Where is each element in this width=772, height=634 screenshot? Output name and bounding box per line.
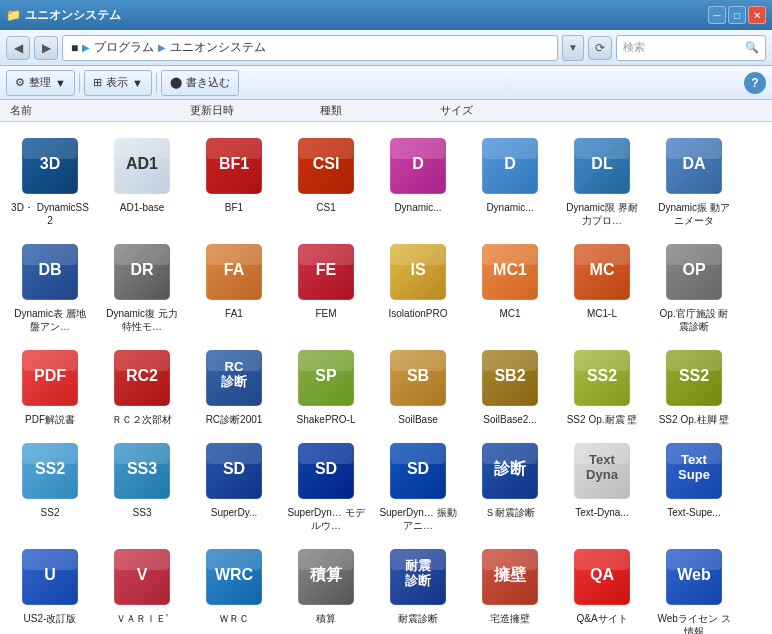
toolbar-separator-1 — [79, 73, 80, 93]
list-item[interactable]: MC1MC1 — [466, 236, 554, 338]
help-button[interactable]: ? — [744, 72, 766, 94]
list-item[interactable]: DDynamic... — [374, 130, 462, 232]
list-item[interactable]: 3D3D・ DynamicSS2 — [6, 130, 94, 232]
icon-fem: FE — [295, 241, 357, 303]
breadcrumb[interactable]: ■ ▶ プログラム ▶ ユニオンシステム — [62, 35, 558, 61]
list-item[interactable]: SDSuperDy... — [190, 435, 278, 537]
icon-us2-revised: U — [19, 546, 81, 608]
list-item[interactable]: DDynamic... — [466, 130, 554, 232]
icon-rc2-material: RC2 — [111, 347, 173, 409]
icon-label: MC1 — [499, 307, 520, 320]
list-item[interactable]: SS2SS2 — [6, 435, 94, 537]
svg-text:Text: Text — [681, 452, 707, 467]
icon-label: Dynamic... — [486, 201, 533, 214]
list-item[interactable]: QAQ&Aサイト — [558, 541, 646, 634]
list-item[interactable]: MCMC1-L — [558, 236, 646, 338]
minimize-button[interactable]: ─ — [708, 6, 726, 24]
icon-label: ＶＡＲＩＥ' — [116, 612, 168, 625]
icon-ss3: SS3 — [111, 440, 173, 502]
svg-text:3D: 3D — [40, 155, 60, 172]
icon-label: SoilBase — [398, 413, 437, 426]
list-item[interactable]: DRDynamic復 元力特性モ… — [98, 236, 186, 338]
list-item[interactable]: RC診断RC診断2001 — [190, 342, 278, 431]
icon-label: Dynamic復 元力特性モ… — [103, 307, 181, 333]
svg-text:DA: DA — [682, 155, 706, 172]
list-item[interactable]: OPOp.官庁施設 耐震診断 — [650, 236, 738, 338]
search-bar[interactable]: 検索 🔍 — [616, 35, 766, 61]
breadcrumb-level1[interactable]: プログラム — [94, 39, 154, 56]
list-item[interactable]: DADynamic振 動アニメータ — [650, 130, 738, 232]
icon-super-dyn-model: SD — [295, 440, 357, 502]
list-item[interactable]: CSICS1 — [282, 130, 370, 232]
list-item[interactable]: SS3SS3 — [98, 435, 186, 537]
list-item[interactable]: FEFEM — [282, 236, 370, 338]
icon-super-dyn2: SD — [387, 440, 449, 502]
icon-isolation-pro: IS — [387, 241, 449, 303]
icon-mc1-l: MC — [571, 241, 633, 303]
list-item[interactable]: BF1BF1 — [190, 130, 278, 232]
write-button[interactable]: ⬤ 書き込む — [161, 70, 239, 96]
icon-label: AD1-base — [120, 201, 164, 214]
back-button[interactable]: ◀ — [6, 36, 30, 60]
list-item[interactable]: SS2SS2 Op.柱脚 壁 — [650, 342, 738, 431]
icon-dynamic2: D — [479, 135, 541, 197]
list-item[interactable]: 診断Ｓ耐震診断 — [466, 435, 554, 537]
organize-button[interactable]: ⚙ 整理 ▼ — [6, 70, 75, 96]
svg-text:RC2: RC2 — [126, 367, 158, 384]
list-item[interactable]: TextSupeText-Supe... — [650, 435, 738, 537]
close-button[interactable]: ✕ — [748, 6, 766, 24]
refresh-button[interactable]: ⟳ — [588, 36, 612, 60]
list-item[interactable]: SPShakePRO-L — [282, 342, 370, 431]
maximize-button[interactable]: □ — [728, 6, 746, 24]
icon-label: IsolationPRO — [389, 307, 448, 320]
icon-ss2-op-column: SS2 — [663, 347, 725, 409]
col-header-type[interactable]: 種類 — [320, 103, 440, 118]
svg-text:SD: SD — [407, 460, 429, 477]
svg-text:WRC: WRC — [215, 566, 254, 583]
icon-masonry-wall: 擁壁 — [479, 546, 541, 608]
icon-text-dyna: TextDyna — [571, 440, 633, 502]
svg-text:DR: DR — [130, 261, 154, 278]
forward-button[interactable]: ▶ — [34, 36, 58, 60]
icon-label: CS1 — [316, 201, 335, 214]
title-bar: 📁 ユニオンシステム ─ □ ✕ — [0, 0, 772, 30]
list-item[interactable]: 積算積算 — [282, 541, 370, 634]
col-header-size[interactable]: サイズ — [440, 103, 520, 118]
list-item[interactable]: DBDynamic表 層地盤アン… — [6, 236, 94, 338]
list-item[interactable]: 擁壁宅造擁壁 — [466, 541, 554, 634]
list-item[interactable]: SDSuperDyn… モデルウ… — [282, 435, 370, 537]
list-item[interactable]: ISIsolationPRO — [374, 236, 462, 338]
list-item[interactable]: SB2SoilBase2... — [466, 342, 554, 431]
list-item[interactable]: FAFA1 — [190, 236, 278, 338]
view-button[interactable]: ⊞ 表示 ▼ — [84, 70, 152, 96]
home-icon: ■ — [71, 41, 78, 55]
list-item[interactable]: SBSoilBase — [374, 342, 462, 431]
recent-locations-button[interactable]: ▼ — [562, 35, 584, 61]
list-item[interactable]: AD1AD1-base — [98, 130, 186, 232]
svg-text:QA: QA — [590, 566, 614, 583]
list-item[interactable]: DLDynamic限 界耐力プロ… — [558, 130, 646, 232]
icon-fa1: FA — [203, 241, 265, 303]
list-item[interactable]: TextDynaText-Dyna... — [558, 435, 646, 537]
list-item[interactable]: VＶＡＲＩＥ' — [98, 541, 186, 634]
list-item[interactable]: SS2SS2 Op.耐震 壁 — [558, 342, 646, 431]
list-item[interactable]: PDFPDF解説書 — [6, 342, 94, 431]
col-header-date[interactable]: 更新日時 — [190, 103, 320, 118]
breadcrumb-level2[interactable]: ユニオンシステム — [170, 39, 266, 56]
svg-text:DB: DB — [38, 261, 61, 278]
icon-grid: 3D3D・ DynamicSS2AD1AD1-baseBF1BF1CSICS1D… — [6, 130, 766, 634]
icon-dynamic-restore: DR — [111, 241, 173, 303]
list-item[interactable]: WebWebライセン ス情報 — [650, 541, 738, 634]
icon-label: SS2 Op.柱脚 壁 — [659, 413, 730, 426]
col-header-name[interactable]: 名前 — [10, 103, 190, 118]
svg-text:PDF: PDF — [34, 367, 66, 384]
icon-s-quake-diag: 診断 — [479, 440, 541, 502]
list-item[interactable]: RC2ＲＣ２次部材 — [98, 342, 186, 431]
list-item[interactable]: 耐震診断耐震診断 — [374, 541, 462, 634]
svg-text:SS2: SS2 — [679, 367, 709, 384]
list-item[interactable]: UUS2-改訂版 — [6, 541, 94, 634]
list-item[interactable]: WRCＷＲＣ — [190, 541, 278, 634]
icon-label: SS3 — [133, 506, 152, 519]
icon-label: FA1 — [225, 307, 243, 320]
list-item[interactable]: SDSuperDyn… 振動アニ… — [374, 435, 462, 537]
